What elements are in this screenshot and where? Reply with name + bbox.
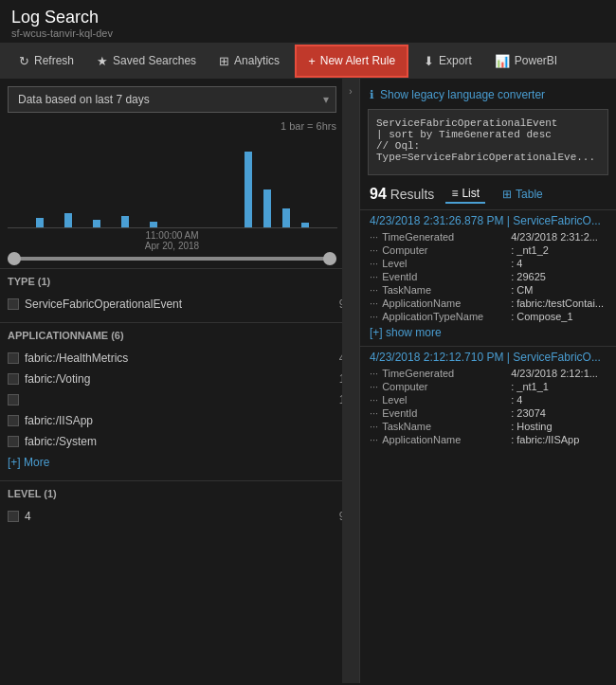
log-field: ··· Level : 4	[370, 393, 607, 406]
log-expand-icon[interactable]: ···	[370, 394, 378, 406]
appname-more[interactable]: [+] More	[0, 452, 359, 473]
log-expand-icon[interactable]: ···	[370, 297, 378, 309]
saved-searches-button[interactable]: ★ Saved Searches	[85, 46, 208, 76]
info-icon: ℹ	[370, 88, 374, 101]
slider-left-thumb[interactable]	[8, 252, 21, 265]
log-field-value: 4/23/2018 2:31:2...	[511, 231, 598, 243]
appname-checkbox-3[interactable]	[8, 415, 19, 426]
log-field-name: EventId	[382, 271, 505, 282]
export-icon: ⬇	[424, 54, 434, 68]
log-field: ··· TimeGenerated 4/23/2018 2:31:2...	[370, 230, 607, 243]
powerbi-button[interactable]: 📊 PowerBI	[483, 46, 569, 76]
level-filter-section: LEVEL (1) × 4 94	[0, 480, 359, 527]
appname-filter-item: fabric:/HealthMetrics 46	[0, 348, 359, 369]
log-field-name: TaskName	[382, 284, 505, 296]
log-field-value: : 29625	[511, 271, 546, 282]
slider-track	[8, 257, 336, 261]
appname-filter-header: APPLICATIONNAME (6) ×	[0, 323, 359, 348]
type-checkbox[interactable]	[8, 298, 19, 310]
table-icon: ⊞	[502, 188, 512, 201]
log-entry-header[interactable]: 4/23/2018 2:12:12.710 PM | ServiceFabric…	[370, 351, 607, 364]
show-more-button[interactable]: [+] show more	[370, 323, 607, 342]
new-alert-button[interactable]: + New Alert Rule	[295, 45, 408, 78]
date-select-wrapper: Data based on last 7 days Last 24 hours …	[8, 86, 336, 113]
chart-bar	[282, 208, 290, 227]
analytics-icon: ⊞	[219, 54, 229, 68]
log-field: ··· ApplicationName : fabric:/testContai…	[370, 297, 607, 310]
refresh-icon: ↻	[19, 54, 29, 68]
main-layout: Data based on last 7 days Last 24 hours …	[0, 79, 616, 683]
log-field-name: ApplicationName	[382, 434, 505, 445]
date-select[interactable]: Data based on last 7 days Last 24 hours …	[8, 86, 336, 113]
log-expand-icon[interactable]: ···	[370, 244, 378, 256]
analytics-button[interactable]: ⊞ Analytics	[208, 46, 291, 76]
log-expand-icon[interactable]: ···	[370, 434, 378, 445]
log-field-name: Computer	[382, 381, 505, 392]
log-field-name: Computer	[382, 244, 505, 256]
type-filter-section: TYPE (1) × ServiceFabricOperationalEvent…	[0, 268, 359, 315]
legacy-converter: ℹ Show legacy language converter	[360, 84, 616, 105]
log-expand-icon[interactable]: ···	[370, 271, 378, 282]
log-entries: 4/23/2018 2:31:26.878 PM | ServiceFabric…	[360, 209, 616, 450]
chart-bar	[301, 223, 309, 227]
log-field-name: Level	[382, 258, 505, 269]
log-expand-icon[interactable]: ···	[370, 381, 378, 392]
log-field-value: : Hosting	[511, 421, 552, 432]
log-field: ··· TimeGenerated 4/23/2018 2:12:1...	[370, 367, 607, 380]
appname-filter-item: fabric:/Voting 18	[0, 369, 359, 389]
log-field-name: TaskName	[382, 421, 505, 432]
chart-bar-label: 1 bar = 6hrs	[8, 120, 336, 132]
log-field: ··· EventId : 29625	[370, 270, 607, 283]
chart-bar	[121, 216, 129, 227]
type-item-name: ServiceFabricOperationalEvent	[25, 297, 327, 311]
log-entry-header[interactable]: 4/23/2018 2:31:26.878 PM | ServiceFabric…	[370, 214, 607, 227]
query-box[interactable]: ServiceFabricOperationalEvent | sort by …	[368, 109, 608, 175]
log-expand-icon[interactable]: ···	[370, 258, 378, 269]
log-field-name: EventId	[382, 407, 505, 419]
appname-checkbox-2[interactable]	[8, 394, 19, 406]
log-expand-icon[interactable]: ···	[370, 284, 378, 296]
refresh-button[interactable]: ↻ Refresh	[8, 46, 85, 76]
log-field: ··· TaskName : Hosting	[370, 420, 607, 433]
log-expand-icon[interactable]: ···	[370, 407, 378, 419]
log-expand-icon[interactable]: ···	[370, 368, 378, 379]
list-view-button[interactable]: ≡ List	[445, 185, 485, 204]
appname-checkbox-4[interactable]	[8, 436, 19, 447]
log-expand-icon[interactable]: ···	[370, 231, 378, 243]
log-field-value: : 4	[511, 258, 522, 269]
left-panel: Data based on last 7 days Last 24 hours …	[0, 79, 360, 683]
export-button[interactable]: ⬇ Export	[412, 46, 483, 76]
log-expand-icon[interactable]: ···	[370, 421, 378, 432]
log-field-value: : _nt1_1	[511, 381, 549, 392]
appname-checkbox-1[interactable]	[8, 373, 19, 385]
level-checkbox[interactable]	[8, 511, 19, 522]
app-subtitle: sf-wcus-tanvir-kql-dev	[11, 27, 605, 39]
appname-filter-section: APPLICATIONNAME (6) × fabric:/HealthMetr…	[0, 322, 359, 473]
log-field-value: : fabric:/IISApp	[511, 434, 579, 445]
chart-bar	[245, 152, 252, 227]
app-title: Log Search	[11, 8, 605, 27]
log-field: ··· Level : 4	[370, 257, 607, 270]
right-panel: ℹ Show legacy language converter Service…	[360, 79, 616, 683]
log-expand-icon[interactable]: ···	[370, 311, 378, 322]
slider-fill	[8, 257, 336, 261]
log-field-name: ApplicationName	[382, 297, 505, 309]
slider-right-thumb[interactable]	[323, 252, 336, 265]
log-field-value: 4/23/2018 2:12:1...	[511, 368, 598, 379]
left-panel-collapse[interactable]: ›	[342, 79, 359, 683]
log-entry: 4/23/2018 2:12:12.710 PM | ServiceFabric…	[360, 346, 616, 450]
log-field: ··· Computer : _nt1_1	[370, 380, 607, 393]
log-field-value: : 4	[511, 394, 522, 406]
level-filter-item: 4 94	[0, 506, 359, 527]
table-view-button[interactable]: ⊞ Table	[497, 186, 549, 203]
chart-time-label: 11:00:00 AM Apr 20, 2018	[8, 230, 336, 251]
star-icon: ★	[97, 54, 108, 68]
log-field-value: : _nt1_2	[511, 244, 549, 256]
log-field-value: : CM	[511, 284, 533, 296]
appname-filter-item: 17	[0, 389, 359, 410]
log-field: ··· TaskName : CM	[370, 283, 607, 297]
log-field-name: TimeGenerated	[382, 368, 505, 379]
timeline-slider[interactable]	[8, 257, 336, 261]
appname-checkbox-0[interactable]	[8, 352, 19, 364]
log-field-value: : Compose_1	[511, 311, 572, 322]
